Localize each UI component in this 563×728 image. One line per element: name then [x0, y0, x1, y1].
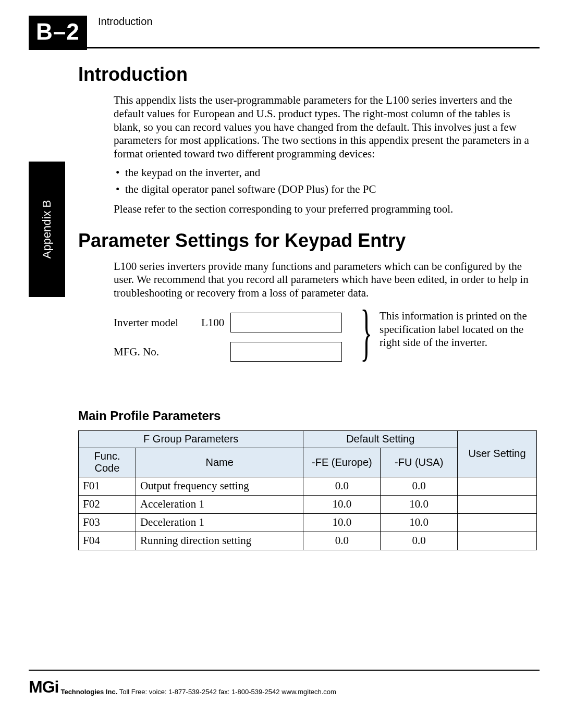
footer-company: Technologies Inc.: [60, 688, 117, 696]
intro-paragraph-1: This appendix lists the user-programmabl…: [114, 94, 531, 161]
cell-fu: 0.0: [381, 477, 458, 496]
running-header-title: Introduction: [98, 16, 153, 28]
label-mfg-no: MFG. No.: [114, 346, 201, 359]
table-row: F03 Deceleration 1 10.0 10.0: [79, 514, 537, 532]
th-func-code: Func. Code: [79, 448, 136, 477]
param-paragraph-1: L100 series inverters provide many funct…: [114, 260, 531, 300]
params-table: F Group Parameters Default Setting User …: [78, 430, 537, 550]
table-row: F01 Output frequency setting 0.0 0.0: [79, 477, 537, 496]
cell-user[interactable]: [458, 496, 537, 514]
cell-code: F01: [79, 477, 136, 496]
table-row: F04 Running direction setting 0.0 0.0: [79, 532, 537, 550]
cell-code: F02: [79, 496, 136, 514]
intro-bullet-1: the keypad on the inverter, and: [114, 166, 531, 180]
cell-user[interactable]: [458, 514, 537, 532]
th-user: User Setting: [458, 431, 537, 477]
cell-name: Output frequency setting: [136, 477, 303, 496]
page-footer: MGi Technologies Inc. Toll Free: voice: …: [29, 677, 540, 697]
cell-code: F04: [79, 532, 136, 550]
cell-fe: 10.0: [303, 514, 381, 532]
brace-icon: }: [360, 301, 372, 364]
logo-mgi: MGi: [29, 677, 58, 697]
subheading-main-profile: Main Profile Parameters: [78, 409, 539, 423]
header-divider: [29, 47, 540, 48]
cell-name: Running direction setting: [136, 532, 303, 550]
table-row: F02 Acceleration 1 10.0 10.0: [79, 496, 537, 514]
cell-name: Acceleration 1: [136, 496, 303, 514]
record-block: Inverter model L100 MFG. No. } This info…: [114, 310, 531, 372]
cell-user[interactable]: [458, 477, 537, 496]
intro-bullet-2: the digital operator panel software (DOP…: [114, 183, 531, 196]
th-fu: -FU (USA): [381, 448, 458, 477]
side-tab-appendix: Appendix B: [29, 162, 65, 297]
cell-fe: 0.0: [303, 477, 381, 496]
cell-fe: 10.0: [303, 496, 381, 514]
side-tab-label: Appendix B: [40, 200, 54, 259]
prefix-l100: L100: [201, 316, 230, 329]
cell-fe: 0.0: [303, 532, 381, 550]
th-group: F Group Parameters: [79, 431, 303, 448]
footer-contact-text: Toll Free: voice: 1-877-539-2542 fax: 1-…: [117, 688, 336, 696]
th-fe: -FE (Europe): [303, 448, 381, 477]
cell-fu: 10.0: [381, 496, 458, 514]
label-inverter-model: Inverter model: [114, 316, 201, 329]
cell-user[interactable]: [458, 532, 537, 550]
footer-divider: [29, 670, 540, 671]
th-name: Name: [136, 448, 303, 477]
cell-fu: 10.0: [381, 514, 458, 532]
record-note: This information is printed on the speci…: [380, 310, 531, 350]
th-default: Default Setting: [303, 431, 458, 448]
input-inverter-model-box[interactable]: [230, 313, 342, 332]
cell-code: F03: [79, 514, 136, 532]
cell-fu: 0.0: [381, 532, 458, 550]
cell-name: Deceleration 1: [136, 514, 303, 532]
heading-introduction: Introduction: [78, 64, 539, 85]
footer-contact: Technologies Inc. Toll Free: voice: 1-87…: [60, 688, 336, 696]
page-number-badge: B–2: [29, 16, 87, 50]
intro-paragraph-2: Please refer to the section correspondin…: [114, 203, 531, 216]
input-mfg-no-box[interactable]: [230, 342, 342, 362]
heading-parameter-settings: Parameter Settings for Keypad Entry: [78, 230, 539, 252]
